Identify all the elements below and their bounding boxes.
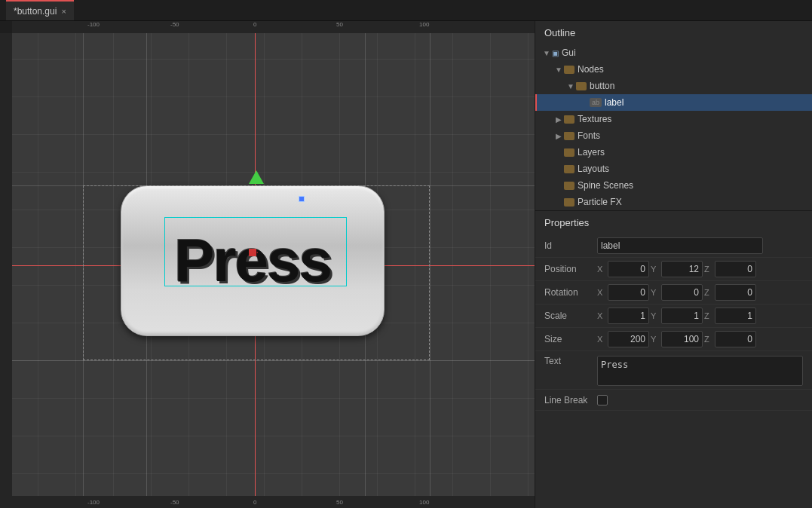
prop-input-size-y[interactable]: [661, 331, 703, 347]
tree-arrow-gui: ▼: [541, 49, 552, 57]
tree-item-spine_scenes[interactable]: Spine Scenes: [535, 177, 812, 194]
ruler-left: [0, 21, 12, 508]
prop-input-position-y[interactable]: [661, 261, 703, 277]
ruler-label-neg100: -100: [87, 21, 100, 28]
prop-axis-wy: Y: [651, 335, 660, 344]
ruler-corner: [0, 21, 12, 33]
tree-label-nodes: Nodes: [578, 64, 604, 75]
outline-panel: Outline ▼ ▣ Gui ▼ Nodes ▼ button ab labe…: [535, 21, 812, 211]
properties-title: Properties: [535, 211, 812, 234]
prop-input-position-x[interactable]: [608, 261, 649, 277]
prop-input-rotation-x[interactable]: [608, 284, 649, 301]
prop-input-rotation-y[interactable]: [661, 284, 703, 301]
prop-label-text: Text: [544, 356, 597, 366]
prop-fields-scale: X Y Z: [597, 308, 803, 324]
prop-fields-text: Press: [597, 356, 803, 386]
h-guide-bottom: [12, 360, 535, 361]
ruler-label-neg50: -50: [170, 21, 179, 28]
prop-input-rotation-z[interactable]: [715, 284, 756, 301]
prop-fields-position: X Y Z: [597, 261, 803, 277]
tab-label: *button.gui: [14, 6, 57, 17]
prop-row-position: Position X Y Z: [535, 258, 812, 281]
prop-textarea-text[interactable]: Press: [597, 356, 803, 386]
svg-marker-2: [256, 250, 258, 255]
tree-item-gui[interactable]: ▼ ▣ Gui: [535, 44, 812, 61]
bottom-ruler: -100 -50 0 50 100: [12, 496, 535, 508]
prop-checkbox-linebreak[interactable]: [597, 395, 608, 405]
tree-label-gui: Gui: [562, 47, 576, 58]
folder-node-icon: [564, 115, 575, 124]
prop-input-size-z[interactable]: [715, 331, 756, 347]
folder-node-icon: [564, 165, 575, 173]
prop-axis-x: X: [597, 265, 606, 274]
prop-row-text: Text Press: [535, 351, 812, 390]
canvas-area[interactable]: -100 -50 0 50 100 -100 -50 0 50 100: [0, 21, 535, 508]
grid-canvas: -100 -50 0 50 100 -100 -50 0 50 100: [0, 21, 535, 508]
bottom-ruler-neg100: -100: [87, 499, 100, 506]
tab-close-button[interactable]: ×: [61, 7, 66, 16]
prop-input-size-x[interactable]: [608, 331, 649, 347]
tree-item-particle_fx[interactable]: Particle FX: [535, 194, 812, 210]
prop-row-linebreak: Line Break: [535, 390, 812, 411]
folder-node-icon: [564, 66, 575, 74]
tree-item-layouts[interactable]: Layouts: [535, 161, 812, 177]
tree-item-nodes[interactable]: ▼ Nodes: [535, 61, 812, 78]
prop-axis-sy: Y: [651, 311, 660, 320]
tree-item-textures[interactable]: ▶ Textures: [535, 111, 812, 127]
green-arrow-handle[interactable]: [249, 170, 264, 185]
prop-label-scale: Scale: [544, 311, 597, 321]
prop-input-scale-y[interactable]: [661, 308, 703, 324]
prop-axis-wz: Z: [704, 335, 713, 344]
ruler-label-100: 100: [419, 21, 429, 28]
gui-icon: ▣: [552, 49, 559, 57]
prop-input-id[interactable]: [597, 237, 763, 254]
folder-node-icon: [564, 132, 575, 140]
properties-panel: Properties Id Position X Y Z: [535, 211, 812, 508]
tree-item-layers[interactable]: Layers: [535, 144, 812, 161]
prop-axis-rx: X: [597, 288, 606, 297]
title-bar: *button.gui ×: [0, 0, 812, 21]
prop-input-position-z[interactable]: [715, 261, 756, 277]
bottom-ruler-neg50: -50: [170, 499, 179, 506]
tree-arrow-textures: ▶: [553, 115, 564, 124]
prop-axis-wx: X: [597, 335, 606, 344]
ruler-label-50: 50: [336, 21, 343, 28]
tree-item-fonts[interactable]: ▶ Fonts: [535, 127, 812, 144]
v-guide-right: [430, 33, 431, 496]
file-tab[interactable]: *button.gui ×: [6, 0, 74, 20]
handle-top-right[interactable]: [299, 196, 305, 202]
folder-node-icon: [576, 82, 587, 90]
tree-arrow-fonts: ▶: [553, 132, 564, 140]
prop-input-scale-x[interactable]: [608, 308, 649, 324]
prop-axis-sx: X: [597, 311, 606, 320]
tree-item-button[interactable]: ▼ button: [535, 78, 812, 94]
text-cursor-icon: [249, 249, 258, 256]
right-panel: Outline ▼ ▣ Gui ▼ Nodes ▼ button ab labe…: [535, 21, 812, 508]
prop-label-size: Size: [544, 334, 597, 344]
prop-label-rotation: Rotation: [544, 287, 597, 298]
prop-axis-ry: Y: [651, 288, 660, 297]
prop-label-position: Position: [544, 264, 597, 274]
tree-label-textures: Textures: [578, 114, 611, 124]
tree-label-fonts: Fonts: [578, 130, 600, 141]
tree-arrow-nodes: ▼: [553, 66, 564, 74]
bottom-ruler-0: 0: [253, 499, 256, 506]
prop-axis-y: Y: [651, 265, 660, 274]
prop-row-scale: Scale X Y Z: [535, 304, 812, 328]
prop-row-rotation: Rotation X Y Z: [535, 281, 812, 304]
tree-label-layouts: Layouts: [578, 164, 609, 174]
folder-node-icon: [564, 182, 575, 190]
prop-axis-sz: Z: [704, 311, 713, 320]
prop-fields-size: X Y Z: [597, 331, 803, 347]
tree-label-label: label: [605, 97, 624, 108]
tree-item-label[interactable]: ab label: [535, 94, 812, 111]
prop-axis-z: Z: [704, 265, 713, 274]
outline-title: Outline: [535, 21, 812, 44]
prop-row-size: Size X Y Z: [535, 328, 812, 351]
ruler-label-0: 0: [253, 21, 256, 28]
folder-node-icon: [564, 148, 575, 157]
prop-input-scale-z[interactable]: [715, 308, 756, 324]
main-layout: -100 -50 0 50 100 -100 -50 0 50 100: [0, 21, 812, 508]
ruler-top: -100 -50 0 50 100: [12, 21, 535, 33]
tree-label-spine_scenes: Spine Scenes: [578, 180, 633, 191]
